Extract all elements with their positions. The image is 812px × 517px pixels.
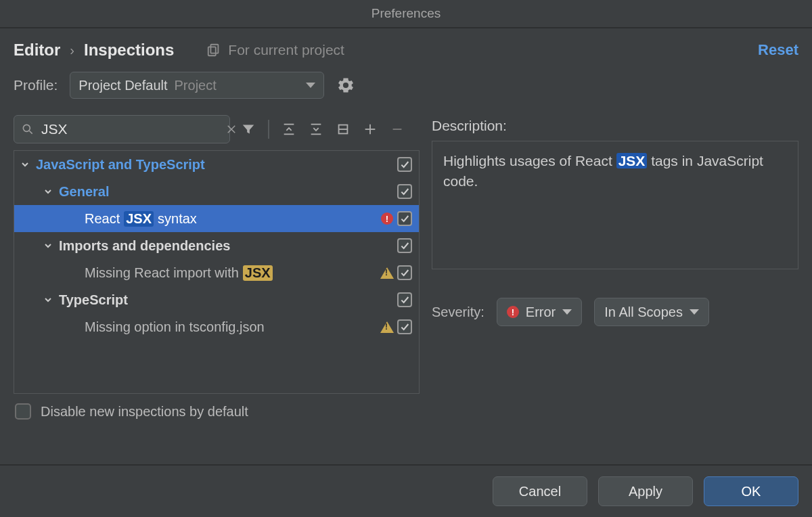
label-part: Missing React import with xyxy=(85,265,239,281)
tree-item-tsconfig-missing-option[interactable]: Missing option in tsconfig.json xyxy=(14,313,419,340)
filter-icon[interactable] xyxy=(240,120,257,138)
highlight: JSX xyxy=(616,153,648,168)
header-row: Editor › Inspections For current project… xyxy=(0,28,812,69)
inspection-toolbar xyxy=(14,115,420,143)
left-column: JavaScript and TypeScript General React … xyxy=(14,115,420,464)
profile-select[interactable]: Project Default Project xyxy=(70,72,324,99)
severity-value: Error xyxy=(526,305,556,320)
checkbox[interactable] xyxy=(397,157,412,172)
tree-label: JavaScript and TypeScript xyxy=(36,157,397,173)
toolbar-separator xyxy=(268,120,269,139)
severity-row: Severity: ! Error In All Scopes xyxy=(432,298,798,326)
breadcrumb-root[interactable]: Editor xyxy=(14,41,60,60)
remove-icon[interactable] xyxy=(388,120,406,138)
label-part: React xyxy=(85,211,120,227)
right-column: Description: Highlights usages of React … xyxy=(432,115,798,464)
breadcrumb-leaf: Inspections xyxy=(84,41,174,60)
window-title: Preferences xyxy=(0,0,812,27)
description-box: Highlights usages of React JSX tags in J… xyxy=(432,141,798,269)
search-input[interactable] xyxy=(41,121,219,137)
disable-label: Disable new inspections by default xyxy=(41,404,248,420)
chevron-down-icon[interactable] xyxy=(43,186,59,197)
reset-default-icon[interactable] xyxy=(334,120,352,138)
checkbox[interactable] xyxy=(397,292,412,307)
search-icon xyxy=(21,122,35,136)
profile-primary: Project Default xyxy=(78,78,167,93)
chevron-down-icon[interactable] xyxy=(20,159,36,170)
checkbox[interactable] xyxy=(15,403,31,420)
svg-point-2 xyxy=(23,125,30,131)
add-icon[interactable] xyxy=(361,120,379,138)
cancel-button[interactable]: Cancel xyxy=(493,476,587,506)
tree-label: Imports and dependencies xyxy=(59,238,397,254)
severity-select[interactable]: ! Error xyxy=(497,298,582,326)
profile-label: Profile: xyxy=(14,77,58,93)
highlight: JSX xyxy=(243,265,273,281)
description-label: Description: xyxy=(432,118,798,134)
tree-label: General xyxy=(59,184,397,200)
severity-error-icon: ! xyxy=(377,212,397,225)
checkbox[interactable] xyxy=(397,238,412,253)
profile-secondary: Project xyxy=(175,78,217,93)
tree-item-missing-react-import[interactable]: Missing React import with JSX xyxy=(14,259,419,286)
collapse-all-icon[interactable] xyxy=(307,120,325,138)
severity-label: Severity: xyxy=(432,305,484,320)
tree-category-typescript[interactable]: TypeScript xyxy=(14,286,419,313)
disable-new-inspections-row[interactable]: Disable new inspections by default xyxy=(14,394,420,429)
apply-button[interactable]: Apply xyxy=(598,476,693,506)
gear-icon[interactable] xyxy=(336,76,355,95)
ok-button[interactable]: OK xyxy=(704,476,798,506)
tree-label: Missing option in tsconfig.json xyxy=(85,319,377,335)
dialog-footer: Cancel Apply OK xyxy=(0,464,812,517)
reset-link[interactable]: Reset xyxy=(758,41,798,59)
inspection-tree[interactable]: JavaScript and TypeScript General React … xyxy=(14,150,420,394)
tree-label: TypeScript xyxy=(59,292,397,308)
expand-all-icon[interactable] xyxy=(280,120,298,138)
copy-icon xyxy=(206,43,221,58)
scope-indicator: For current project xyxy=(206,42,344,58)
scope-text: For current project xyxy=(228,42,344,58)
checkbox[interactable] xyxy=(397,211,412,226)
tree-category-imports[interactable]: Imports and dependencies xyxy=(14,232,419,259)
tree-category-general[interactable]: General xyxy=(14,178,419,205)
severity-warning-icon xyxy=(377,321,397,333)
desc-part: Highlights usages of React xyxy=(443,153,616,168)
highlight: JSX xyxy=(124,211,154,227)
scope-value: In All Scopes xyxy=(604,305,683,320)
breadcrumb-separator: › xyxy=(70,43,74,58)
window-title-text: Preferences xyxy=(371,6,441,21)
checkbox[interactable] xyxy=(397,265,412,280)
checkbox[interactable] xyxy=(397,319,412,334)
profile-row: Profile: Project Default Project xyxy=(0,69,812,115)
chevron-down-icon[interactable] xyxy=(43,294,59,305)
search-input-wrapper[interactable] xyxy=(14,115,230,143)
chevron-down-icon xyxy=(562,309,572,315)
clear-search-icon[interactable] xyxy=(225,123,238,135)
error-icon: ! xyxy=(507,306,519,318)
tree-category-js-ts[interactable]: JavaScript and TypeScript xyxy=(14,151,419,178)
tree-label: React JSX syntax xyxy=(85,211,377,227)
chevron-down-icon xyxy=(306,83,315,88)
checkbox[interactable] xyxy=(397,184,412,199)
chevron-down-icon xyxy=(690,309,699,315)
svg-rect-1 xyxy=(208,47,216,55)
severity-warning-icon xyxy=(377,267,397,279)
svg-rect-0 xyxy=(211,45,219,53)
content-area: JavaScript and TypeScript General React … xyxy=(0,115,812,464)
svg-line-3 xyxy=(30,131,32,134)
tree-label: Missing React import with JSX xyxy=(85,265,377,281)
tree-item-react-jsx-syntax[interactable]: React JSX syntax ! xyxy=(14,205,419,232)
chevron-down-icon[interactable] xyxy=(43,240,59,251)
label-part: syntax xyxy=(158,211,197,227)
scope-select[interactable]: In All Scopes xyxy=(594,298,709,326)
